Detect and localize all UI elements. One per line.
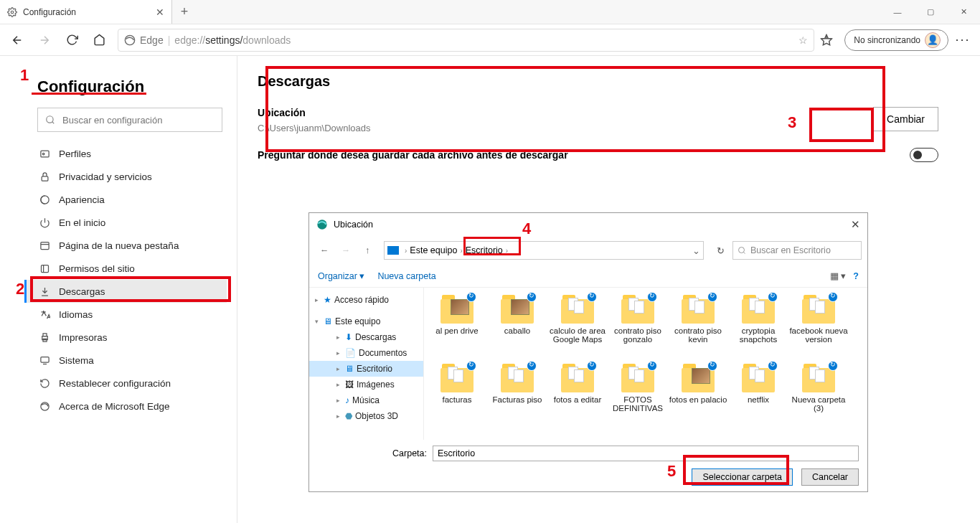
file-item[interactable]: al pen drive — [427, 293, 487, 362]
tree-this-pc[interactable]: ▾🖥Este equipo — [309, 314, 423, 329]
crumb-desktop[interactable]: Escritorio — [466, 245, 503, 255]
file-item[interactable]: contrato piso gonzalo — [608, 293, 668, 362]
dlg-refresh-button[interactable]: ↻ — [711, 245, 730, 256]
file-item[interactable]: caballo — [487, 293, 547, 362]
file-item[interactable]: calculo de area Google Maps — [547, 293, 608, 362]
dialog-search-input[interactable]: Buscar en Escritorio — [732, 241, 862, 260]
location-label: Ubicación — [258, 107, 371, 118]
menu-label: Página de la nueva pestaña — [59, 240, 179, 251]
tree-3d-objects[interactable]: ▸⬣Objetos 3D — [309, 408, 423, 424]
maximize-button[interactable]: ▢ — [914, 0, 947, 24]
menu-profiles[interactable]: Perfiles — [24, 142, 227, 165]
titlebar: Configuración ✕ + — ▢ ✕ — [0, 0, 980, 24]
power-icon — [37, 217, 52, 228]
sync-status-pill[interactable]: No sincronizando 👤 — [844, 29, 948, 51]
dialog-nav: ← → ↑ › Este equipo › Escritorio › ⌄ ↻ B… — [309, 236, 867, 265]
svg-point-0 — [11, 11, 14, 14]
download-icon — [37, 286, 52, 297]
favorites-button[interactable] — [820, 34, 843, 47]
menu-newtab[interactable]: Página de la nueva pestaña — [24, 234, 227, 257]
settings-search-input[interactable]: Buscar en configuración — [37, 108, 222, 132]
browser-tab[interactable]: Configuración ✕ — [0, 0, 172, 24]
menu-permissions[interactable]: Permisos del sitio — [24, 257, 227, 280]
location-path: C:\Users\juanm\Downloads — [258, 123, 371, 133]
dlg-back-button[interactable]: ← — [315, 245, 334, 255]
file-item[interactable]: contrato piso kevin — [668, 293, 728, 362]
file-item[interactable]: Nueva carpeta (3) — [788, 362, 849, 431]
system-icon — [37, 355, 52, 366]
address-bar[interactable]: Edge | edge://settings/downloads ☆ — [118, 29, 814, 52]
menu-privacy[interactable]: Privacidad y servicios — [24, 165, 227, 188]
forward-button[interactable] — [32, 27, 57, 53]
menu-printers[interactable]: Impresoras — [24, 326, 227, 349]
minimize-button[interactable]: — — [881, 0, 914, 24]
dialog-file-grid: al pen drivecaballocalculo de area Googl… — [424, 288, 867, 440]
file-label: calculo de area Google Maps — [547, 326, 608, 344]
file-item[interactable]: cryptopia snapchots — [728, 293, 788, 362]
file-label: fotos a editar — [554, 395, 601, 404]
home-button[interactable] — [86, 27, 112, 53]
tree-music[interactable]: ▸♪Música — [309, 392, 423, 408]
file-item[interactable]: netflix — [728, 362, 788, 431]
file-label: contrato piso kevin — [668, 326, 728, 344]
language-icon — [37, 309, 52, 320]
back-button[interactable] — [4, 27, 30, 53]
file-item[interactable]: fotos en palacio — [668, 362, 728, 431]
crumb-thispc[interactable]: Este equipo — [410, 245, 457, 255]
menu-label: Apariencia — [59, 194, 105, 205]
svg-rect-9 — [42, 176, 48, 180]
new-folder-button[interactable]: Nueva carpeta — [377, 271, 435, 281]
tree-documents[interactable]: ▸📄Documentos — [309, 345, 423, 361]
file-item[interactable]: FOTOS DEFINITIVAS — [608, 362, 668, 431]
file-item[interactable]: facturas — [427, 362, 487, 431]
close-window-button[interactable]: ✕ — [947, 0, 980, 24]
file-label: Nueva carpeta (3) — [788, 395, 849, 413]
organize-button[interactable]: Organizar ▾ — [318, 270, 364, 281]
dialog-toolbar: Organizar ▾ Nueva carpeta ▦ ▾ ? — [309, 265, 867, 288]
ask-toggle[interactable] — [910, 148, 938, 162]
close-tab-icon[interactable]: ✕ — [156, 6, 164, 18]
menu-about[interactable]: Acerca de Microsoft Edge — [24, 395, 227, 418]
menu-label: Restablecer configuración — [59, 378, 171, 389]
menu-label: Permisos del sitio — [59, 263, 135, 274]
folder-name-input[interactable] — [433, 446, 859, 461]
menu-languages[interactable]: Idiomas — [24, 303, 227, 326]
star-outline-icon[interactable]: ☆ — [798, 34, 808, 46]
view-button[interactable]: ▦ ▾ — [830, 270, 846, 281]
menu-startup[interactable]: En el inicio — [24, 211, 227, 234]
refresh-button[interactable] — [59, 27, 85, 53]
menu-system[interactable]: Sistema — [24, 349, 227, 372]
menu-label: Sistema — [59, 355, 94, 366]
file-item[interactable]: facebook nueva version — [788, 293, 849, 362]
new-tab-button[interactable]: + — [172, 0, 197, 24]
tree-downloads[interactable]: ▸⬇Descargas — [309, 329, 423, 345]
browser-toolbar: Edge | edge://settings/downloads ☆ No si… — [0, 24, 980, 56]
select-folder-button[interactable]: Seleccionar carpeta — [692, 468, 792, 486]
dialog-title: Ubicación — [334, 220, 373, 230]
tree-quick-access[interactable]: ▸★Acceso rápido — [309, 292, 423, 308]
callout-num-1: 1 — [20, 66, 29, 85]
dialog-close-icon[interactable]: ✕ — [851, 218, 860, 231]
help-button[interactable]: ? — [853, 271, 859, 281]
file-label: Facturas piso — [492, 395, 542, 404]
file-item[interactable]: fotos a editar — [547, 362, 608, 431]
url-mid: settings/ — [205, 34, 242, 46]
file-item[interactable]: Facturas piso — [487, 362, 547, 431]
cancel-button[interactable]: Cancelar — [801, 468, 859, 486]
menu-downloads[interactable]: Descargas — [24, 280, 227, 303]
more-button[interactable]: ··· — [950, 27, 976, 53]
file-label: al pen drive — [435, 326, 478, 335]
printer-icon — [37, 332, 52, 343]
svg-point-23 — [739, 248, 745, 253]
tree-desktop[interactable]: ▸🖥Escritorio — [309, 361, 423, 377]
change-button[interactable]: Cambiar — [873, 107, 938, 131]
crumb-dropdown-icon[interactable]: ⌄ — [692, 245, 700, 256]
tree-images[interactable]: ▸🖼Imágenes — [309, 377, 423, 392]
menu-appearance[interactable]: Apariencia — [24, 188, 227, 211]
dlg-forward-button[interactable]: → — [336, 245, 355, 255]
drive-icon — [387, 246, 399, 255]
dialog-breadcrumb[interactable]: › Este equipo › Escritorio › ⌄ — [384, 241, 704, 260]
dlg-up-button[interactable]: ↑ — [358, 245, 377, 255]
menu-reset[interactable]: Restablecer configuración — [24, 372, 227, 395]
url-site-label: Edge — [140, 34, 164, 46]
